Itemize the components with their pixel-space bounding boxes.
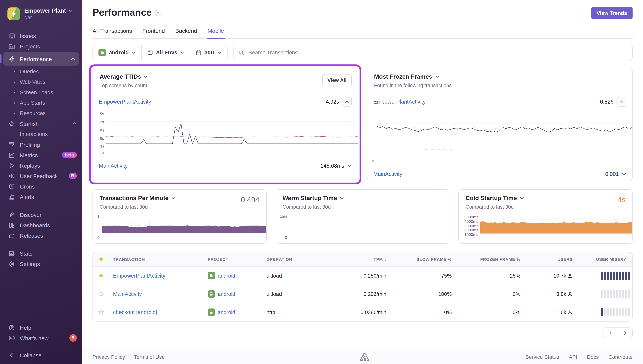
column-header[interactable]: TRANSACTION: [109, 253, 204, 266]
broadcast-icon: [8, 334, 15, 341]
tab-bar: All Transactions Frontend Backend Mobile: [93, 28, 632, 39]
view-all-button[interactable]: View All: [322, 74, 352, 86]
project-filter[interactable]: android: [93, 45, 141, 60]
star-toggle[interactable]: [93, 286, 109, 302]
sidebar-item-whats-new[interactable]: What's new 5: [0, 333, 82, 343]
card-title-dropdown[interactable]: Most Frozen Frames: [374, 74, 625, 80]
contribute-link[interactable]: Contribute: [608, 354, 632, 360]
star-toggle[interactable]: [93, 268, 109, 284]
sidebar-item-releases[interactable]: Releases: [0, 230, 82, 241]
tpm-cell: 0.0386/min: [325, 304, 390, 320]
footer: Privacy Policy Terms of Use Service Stat…: [82, 348, 643, 364]
sidebar-item-screen-loads[interactable]: Screen Loads: [0, 87, 82, 98]
transaction-link[interactable]: MainActivity: [373, 171, 402, 177]
transaction-link[interactable]: EmpowerPlantActivity: [113, 273, 165, 279]
expand-row-button[interactable]: [347, 164, 352, 168]
project-link[interactable]: android: [204, 267, 263, 284]
terms-of-use-link[interactable]: Terms of Use: [134, 354, 165, 360]
service-status-link[interactable]: Service Status: [525, 354, 559, 360]
search-transactions[interactable]: [233, 45, 632, 60]
tab-backend[interactable]: Backend: [175, 28, 197, 38]
column-header[interactable]: FROZEN FRAME %: [455, 253, 524, 266]
star-filled-icon: [98, 273, 104, 279]
sidebar-item-crons[interactable]: Crons: [0, 181, 82, 192]
transaction-link[interactable]: EmpowerPlantActivity: [99, 99, 151, 105]
sidebar-item-profiling[interactable]: Profiling: [0, 139, 82, 150]
chevron-down-icon: [217, 50, 221, 54]
transaction-link[interactable]: EmpowerPlantActivity: [373, 99, 426, 105]
card-title-dropdown[interactable]: Average TTIDs: [100, 74, 351, 80]
page-help-icon[interactable]: ?: [155, 10, 161, 16]
most-frozen-frames-card: Most Frozen Frames Found in the followin…: [367, 68, 632, 181]
chevron-down-icon: [340, 196, 344, 200]
tab-mobile[interactable]: Mobile: [208, 28, 224, 38]
card-title-dropdown[interactable]: Transactions Per Minute: [100, 195, 259, 202]
sidebar-item-issues[interactable]: Issues: [0, 30, 82, 41]
frozen-frame-cell: 25%: [455, 268, 524, 284]
column-header-sorted[interactable]: TPM ↓: [325, 253, 390, 266]
slow-frame-cell: 0%: [390, 304, 455, 320]
sidebar-item-discover[interactable]: Discover: [0, 210, 82, 220]
search-input[interactable]: [248, 49, 627, 56]
sidebar-item-app-starts[interactable]: App Starts: [0, 98, 82, 108]
prev-page-button[interactable]: [603, 328, 618, 338]
transaction-link[interactable]: MainActivity: [99, 163, 128, 169]
tpm-cell: 0.206/min: [325, 286, 390, 302]
column-header[interactable]: OPERATION: [263, 253, 325, 266]
api-link[interactable]: API: [569, 354, 577, 360]
sidebar-item-label: Issues: [20, 32, 36, 39]
sidebar-item-stats[interactable]: Stats: [0, 248, 82, 258]
collapse-row-button[interactable]: [342, 97, 352, 106]
transaction-link[interactable]: checkout [android]: [113, 309, 157, 315]
collapse-row-button[interactable]: [616, 97, 626, 106]
view-trends-button[interactable]: View Trends: [591, 7, 632, 19]
sort-desc-icon: ↓: [384, 257, 386, 261]
column-header[interactable]: USERS: [524, 253, 576, 266]
sidebar-item-starfish[interactable]: Starfish: [0, 118, 82, 129]
column-header[interactable]: SLOW FRAME %: [390, 253, 455, 266]
environment-filter[interactable]: All Envs: [141, 45, 190, 60]
sidebar-item-projects[interactable]: Projects: [0, 41, 82, 52]
project-link[interactable]: android: [204, 304, 263, 321]
sidebar-item-help[interactable]: Help: [0, 322, 82, 333]
sidebar-item-web-vitals[interactable]: Web Vitals: [0, 77, 82, 87]
chevron-down-icon: [144, 74, 148, 79]
star-toggle[interactable]: [93, 304, 109, 320]
org-switcher[interactable]: Empower Plant Nar: [0, 0, 82, 25]
project-link[interactable]: android: [204, 286, 263, 302]
sidebar-item-resources[interactable]: Resources: [0, 108, 82, 118]
transaction-link[interactable]: MainActivity: [113, 291, 142, 297]
tab-frontend[interactable]: Frontend: [142, 28, 165, 38]
tpm-value: 0.494: [241, 196, 259, 204]
sidebar-item-interactions[interactable]: Interactions: [0, 129, 82, 139]
sidebar-item-user-feedback[interactable]: User Feedback B: [0, 171, 82, 181]
star-column-header[interactable]: [93, 252, 109, 266]
tpm-chart: 01: [93, 214, 266, 243]
sidebar-collapse-button[interactable]: Collapse: [0, 350, 82, 360]
tab-all-transactions[interactable]: All Transactions: [93, 28, 132, 38]
sidebar-item-label: Releases: [20, 232, 43, 239]
sidebar-item-dashboards[interactable]: Dashboards: [0, 220, 82, 230]
date-range-filter[interactable]: 30D: [190, 45, 227, 60]
sidebar-item-label: Collapse: [20, 352, 42, 358]
y-axis-labels: 03s6s9s12s15s: [95, 111, 106, 154]
y-axis-labels: 01ms: [278, 214, 289, 239]
sidebar-item-metrics[interactable]: Metrics beta: [0, 150, 82, 160]
column-header[interactable]: PROJECT: [204, 253, 263, 266]
sidebar-item-alerts[interactable]: Alerts: [0, 192, 82, 202]
card-title-dropdown[interactable]: Cold Startup Time: [466, 195, 625, 202]
archive-icon: [8, 232, 15, 239]
card-title-dropdown[interactable]: Warm Startup Time: [282, 195, 442, 202]
user-icon: [568, 274, 572, 278]
sidebar-item-settings[interactable]: Settings: [0, 258, 82, 269]
next-page-button[interactable]: [618, 328, 632, 338]
beta-badge: beta: [62, 152, 77, 158]
column-header[interactable]: USER MISERY: [576, 253, 632, 266]
sidebar-item-performance[interactable]: Performance: [3, 52, 79, 66]
expand-row-button[interactable]: [622, 172, 626, 176]
y-axis-labels: 01: [95, 214, 102, 239]
sidebar-item-replays[interactable]: Replays: [0, 160, 82, 171]
sidebar-item-queries[interactable]: Queries: [0, 66, 82, 77]
docs-link[interactable]: Docs: [587, 354, 599, 360]
privacy-policy-link[interactable]: Privacy Policy: [93, 354, 125, 360]
